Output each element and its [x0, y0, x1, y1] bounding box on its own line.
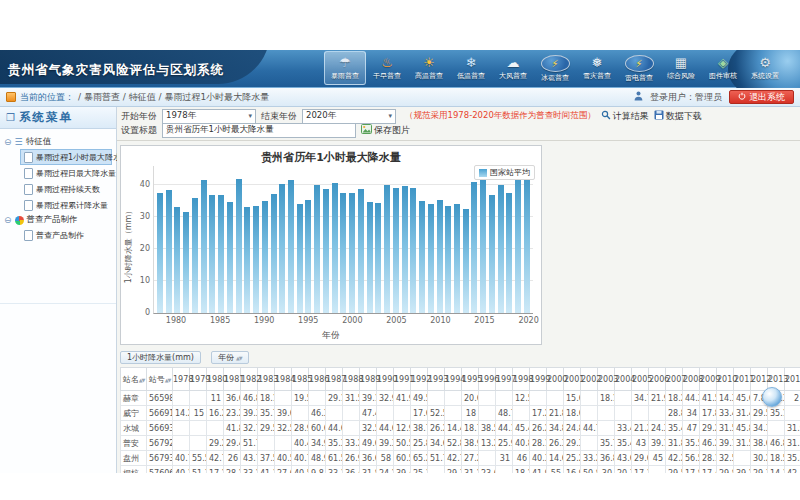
bar-2000 — [349, 193, 355, 313]
y-tick-label: 30 — [128, 212, 150, 221]
year-column-header[interactable]: 1994 — [445, 368, 462, 391]
value-cell: 29.2 — [207, 436, 224, 451]
year-column-header[interactable]: 2006 — [649, 368, 666, 391]
year-column-header[interactable]: 1988 — [343, 368, 360, 391]
nav-item-settings[interactable]: ⚙系统设置 — [744, 51, 786, 85]
value-cell: 25.1 — [411, 466, 428, 474]
bar-2005 — [393, 188, 399, 313]
year-column-header[interactable]: 2009 — [700, 368, 717, 391]
collapse-toggle-icon[interactable]: ⊖ — [4, 137, 12, 147]
nav-item-risk[interactable]: ▦综合风险 — [660, 51, 702, 85]
bar-2016 — [489, 195, 495, 313]
data-grid: 站名▲▼站号▲▼19781979198019811982198319841985… — [120, 367, 800, 473]
sidebar-group-1[interactable]: ⊖☰特征值 — [4, 135, 112, 149]
year-column-header[interactable]: 1981 — [224, 368, 241, 391]
year-column-header[interactable]: 1987 — [326, 368, 343, 391]
nav-item-lightning[interactable]: ⚡雷电普查 — [618, 51, 660, 85]
value-cell: 55 — [547, 466, 564, 474]
value-cell — [173, 421, 190, 436]
year-column-header[interactable]: 2003 — [598, 368, 615, 391]
nav-item-cold[interactable]: ❄低温普查 — [450, 51, 492, 85]
year-column-header[interactable]: 1986 — [309, 368, 326, 391]
collapse-toggle-icon[interactable]: ⊖ — [4, 215, 12, 225]
drought-icon: ♨ — [376, 54, 398, 71]
year-column-header[interactable]: 1985 — [292, 368, 309, 391]
year-column-header[interactable]: 2012 — [751, 368, 768, 391]
year-column-header[interactable]: 2008 — [683, 368, 700, 391]
value-cell: 28.1 — [700, 451, 717, 466]
value-cell: 24.3 — [649, 421, 666, 436]
year-column-header[interactable]: 2007 — [666, 368, 683, 391]
year-column-header[interactable]: 2011 — [734, 368, 751, 391]
row-header-station-name[interactable]: 站名▲▼ — [121, 368, 147, 391]
nav-item-hail[interactable]: ⚡冰雹普查 — [534, 51, 576, 85]
value-cell: 31.9 — [785, 421, 800, 436]
download-button[interactable]: 数据下载 — [654, 110, 702, 123]
column-field-chip[interactable]: 年份 ▲▼ — [211, 351, 249, 364]
year-column-header[interactable]: 1989 — [360, 368, 377, 391]
value-cell: 50.8 — [581, 466, 598, 474]
year-column-header[interactable]: 2001 — [564, 368, 581, 391]
year-column-header[interactable]: 1996 — [479, 368, 496, 391]
row-header-station-id[interactable]: 站号▲▼ — [147, 368, 173, 391]
save-image-button[interactable]: 保存图片 — [361, 124, 410, 137]
year-column-header[interactable]: 2004 — [615, 368, 632, 391]
end-year-select[interactable]: 2020年 ▾ — [302, 109, 396, 124]
sidebar-item[interactable]: 暴雨过程日最大降水量 — [20, 165, 112, 181]
chart-panel: 贵州省历年1小时最大降水量 国家站平均 1小时降水量（mm） 010203040… — [120, 145, 542, 345]
year-column-header[interactable]: 1984 — [275, 368, 292, 391]
year-column-header[interactable]: 1978 — [173, 368, 190, 391]
sidebar-item[interactable]: 暴雨过程持续天数 — [20, 181, 112, 197]
chart-legend[interactable]: 国家站平均 — [474, 165, 535, 180]
year-column-header[interactable]: 1980 — [207, 368, 224, 391]
year-column-header[interactable]: 1997 — [496, 368, 513, 391]
value-cell: 39.2 — [734, 466, 751, 474]
start-year-select[interactable]: 1978年 ▾ — [162, 109, 256, 124]
sidebar-group-2[interactable]: ⊖普查产品制作 — [4, 213, 112, 227]
year-column-header[interactable]: 1990 — [377, 368, 394, 391]
value-cell: 31.8 — [666, 436, 683, 451]
year-column-header[interactable]: 2000 — [547, 368, 564, 391]
station-name-cell: 盘州 — [121, 451, 147, 466]
value-cell: 19.5 — [292, 391, 309, 406]
sidebar-item[interactable]: 暴雨过程累计降水量 — [20, 197, 112, 213]
value-cell — [479, 451, 496, 466]
value-cell: 17.6 — [411, 406, 428, 421]
year-column-header[interactable]: 1999 — [530, 368, 547, 391]
nav-item-wind[interactable]: ☁大风普查 — [492, 51, 534, 85]
year-column-header[interactable]: 2014 — [785, 368, 800, 391]
sidebar-item[interactable]: 暴雨过程1小时最大降水量 — [20, 149, 112, 165]
nav-item-map-review[interactable]: ◈图件审核 — [702, 51, 744, 85]
year-column-header[interactable]: 1993 — [428, 368, 445, 391]
sidebar-item[interactable]: 普查产品制作 — [20, 227, 112, 243]
nav-item-drought[interactable]: ♨干旱普查 — [366, 51, 408, 85]
year-column-header[interactable]: 1982 — [241, 368, 258, 391]
breadcrumb-bar: 当前的位置： / 暴雨普查 / 特征值 / 暴雨过程1小时最大降水量 登录用户：… — [0, 88, 800, 107]
year-column-header[interactable]: 1991 — [394, 368, 411, 391]
bar-series — [154, 166, 533, 313]
year-column-header[interactable]: 2002 — [581, 368, 598, 391]
value-cell: 35.3 — [326, 436, 343, 451]
value-cell: 29.3 — [751, 466, 768, 474]
value-cell — [649, 406, 666, 421]
nav-item-rain[interactable]: ☂暴雨普查 — [324, 51, 366, 85]
year-column-header[interactable]: 1995 — [462, 368, 479, 391]
year-column-header[interactable]: 1979 — [190, 368, 207, 391]
logout-button[interactable]: 退出系统 — [729, 90, 794, 104]
location-icon — [6, 92, 16, 102]
nav-item-snow[interactable]: ❅雪灾普查 — [576, 51, 618, 85]
year-column-header[interactable]: 2010 — [717, 368, 734, 391]
year-column-header[interactable]: 2005 — [632, 368, 649, 391]
measure-chip[interactable]: 1小时降水量(mm) — [120, 351, 201, 364]
sidebar-title: 系统菜单 — [19, 110, 73, 125]
value-cell: 51.3 — [190, 466, 207, 474]
chart-title-input[interactable] — [162, 123, 356, 138]
year-column-header[interactable]: 1983 — [258, 368, 275, 391]
year-column-header[interactable]: 1998 — [513, 368, 530, 391]
year-column-header[interactable]: 1992 — [411, 368, 428, 391]
nav-item-heat[interactable]: ☀高温普查 — [408, 51, 450, 85]
calculate-button[interactable]: 计算结果 — [601, 110, 649, 123]
bar-1980 — [174, 207, 180, 313]
floating-widget-badge[interactable] — [762, 387, 782, 407]
value-cell — [513, 406, 530, 421]
